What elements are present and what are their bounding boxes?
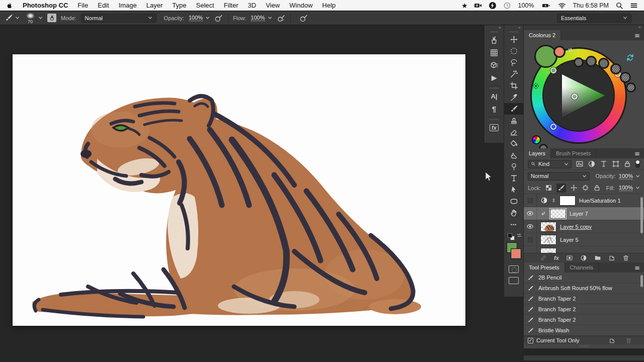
dock-grip[interactable]	[490, 87, 498, 89]
tool-eraser[interactable]	[504, 126, 523, 138]
link-layers-button[interactable]	[540, 254, 547, 261]
screen-record-icon[interactable]	[474, 2, 482, 10]
tool-crop[interactable]	[504, 80, 523, 92]
lock-all-button[interactable]	[593, 184, 601, 192]
canvas-document[interactable]	[13, 54, 465, 326]
tab-channels[interactable]: Channels	[565, 262, 599, 273]
pressure-size-toggle[interactable]	[299, 14, 308, 23]
menu-bar-clock[interactable]: Thu 6:58 PM	[573, 2, 609, 9]
menu-image[interactable]: Image	[119, 2, 137, 9]
swatch-slot[interactable]	[574, 57, 584, 67]
brush-preset-picker[interactable]: 70	[24, 13, 43, 24]
coolorus-swap-icon[interactable]	[567, 47, 574, 53]
tool-hand[interactable]	[504, 207, 523, 219]
current-tool-only-checkbox[interactable]: ✓	[528, 338, 533, 343]
new-layer-button[interactable]	[608, 254, 615, 261]
apple-menu-icon[interactable]	[6, 2, 13, 10]
spotlight-search-icon[interactable]	[615, 2, 623, 10]
delete-layer-button[interactable]	[622, 254, 629, 261]
layer-thumbnail[interactable]	[540, 235, 556, 245]
tool-brush[interactable]	[504, 103, 523, 115]
texture-slot[interactable]	[620, 72, 631, 83]
tool-path-selection[interactable]	[504, 184, 523, 196]
fill-select[interactable]: 100%	[619, 185, 640, 191]
menu-file[interactable]: File	[77, 2, 88, 9]
menu-layer[interactable]: Layer	[146, 2, 163, 9]
tool-elliptical-marquee[interactable]	[504, 45, 523, 57]
flow-select[interactable]: 100%	[251, 15, 272, 21]
hue-marker-green[interactable]	[550, 67, 556, 73]
menu-filter[interactable]: Filter	[224, 2, 238, 9]
new-preset-button[interactable]	[609, 337, 615, 344]
preset-branch-taper-2c[interactable]: Branch Taper 2	[524, 315, 644, 325]
background-color-swatch[interactable]	[511, 248, 521, 259]
layer-row-hue-saturation[interactable]: Hue/Saturation 1	[524, 194, 644, 207]
layer-row-layer7[interactable]: Layer 7	[524, 207, 644, 220]
color-wheel-mode-button[interactable]	[532, 135, 541, 144]
tab-brush-presets[interactable]: Brush Presets	[551, 148, 596, 158]
visibility-toggle[interactable]	[524, 246, 537, 253]
add-mask-button[interactable]	[566, 254, 573, 261]
dock-grip[interactable]	[490, 119, 498, 120]
preset-bristle-wash[interactable]: Bristle Wash	[524, 325, 644, 336]
menu-view[interactable]: View	[266, 2, 280, 9]
menu-edit[interactable]: Edit	[98, 2, 109, 9]
texture-slot[interactable]	[626, 82, 636, 93]
panel-menu-icon[interactable]	[633, 265, 641, 270]
pressure-opacity-toggle[interactable]	[214, 14, 223, 23]
panel-resize-grip[interactable]	[524, 344, 644, 348]
tab-coolorus[interactable]: Coolorus 2	[524, 30, 561, 40]
lock-position-button[interactable]	[570, 184, 578, 192]
preset-airbrush-soft-round[interactable]: Airbrush Soft Round 50% flow	[524, 283, 644, 294]
filter-smart-objects-icon[interactable]	[623, 160, 631, 168]
tool-lasso[interactable]	[504, 57, 523, 68]
texture-slot[interactable]	[610, 63, 621, 74]
battery-percent[interactable]: 100%	[518, 2, 534, 9]
lock-transparency-button[interactable]	[545, 184, 552, 192]
toolbar-grip[interactable]	[510, 31, 518, 33]
filter-adjustment-layers-icon[interactable]	[588, 160, 596, 168]
swap-colors-button[interactable]	[516, 232, 522, 238]
tool-move[interactable]	[504, 34, 523, 45]
toggle-brush-panel-button[interactable]	[47, 14, 56, 22]
brightness-icon[interactable]	[532, 82, 539, 89]
blend-mode-select[interactable]: Normal	[81, 14, 156, 23]
menu-type[interactable]: Type	[172, 2, 186, 9]
panel-menu-icon[interactable]	[633, 33, 641, 38]
tab-layers[interactable]: Layers	[524, 148, 551, 158]
new-group-button[interactable]	[594, 254, 601, 261]
triangle-selector[interactable]	[572, 94, 578, 100]
swatches-panel-button[interactable]	[485, 46, 504, 59]
tool-smudge[interactable]	[504, 149, 523, 161]
character-panel-button[interactable]: A|	[485, 90, 504, 103]
lock-pixels-button[interactable]	[556, 184, 566, 193]
airbrush-toggle[interactable]	[277, 14, 286, 23]
layer-thumbnail[interactable]	[540, 222, 556, 232]
layers-scrollbar[interactable]	[640, 197, 643, 233]
brush-settings-panel-button[interactable]	[485, 34, 504, 46]
filter-pixel-layers-icon[interactable]	[576, 160, 584, 168]
preset-2b-pencil[interactable]: 2B Pencil	[524, 273, 644, 283]
layer-row-layer5[interactable]: Layer 5	[524, 233, 644, 246]
filter-shape-layers-icon[interactable]	[612, 160, 620, 168]
filter-kind-select[interactable]: Kind	[528, 160, 572, 168]
collapse-dock-button[interactable]: «	[485, 25, 504, 31]
layer-mask-thumbnail[interactable]	[559, 196, 576, 206]
menu-3d[interactable]: 3D	[248, 2, 257, 9]
swatch-slot[interactable]	[586, 56, 597, 67]
delete-preset-button[interactable]	[625, 337, 632, 344]
collapse-toolbar-button[interactable]: «	[504, 25, 523, 31]
coolorus-background-swatch[interactable]	[553, 46, 566, 58]
option-dot[interactable]	[539, 144, 548, 148]
presets-scrollbar[interactable]	[640, 275, 643, 287]
visibility-toggle[interactable]	[524, 207, 537, 220]
collapse-panels-button[interactable]: »	[524, 25, 644, 30]
tool-shape[interactable]	[504, 196, 523, 207]
layer-style-button[interactable]: fx	[554, 255, 559, 261]
battery-icon[interactable]	[540, 2, 551, 10]
current-tool-button[interactable]	[5, 14, 20, 22]
panel-menu-icon[interactable]	[633, 151, 641, 156]
menu-window[interactable]: Window	[289, 2, 312, 9]
default-colors-button[interactable]	[508, 233, 516, 240]
app-name[interactable]: Photoshop CC	[23, 2, 68, 9]
